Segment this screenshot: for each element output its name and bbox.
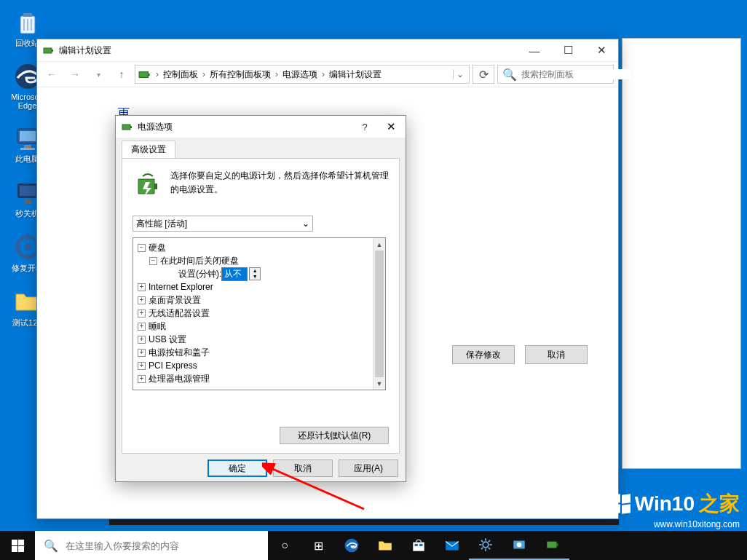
po-close-button[interactable]: ✕ xyxy=(376,116,406,138)
power-options-dialog: 电源选项 ? ✕ 高级设置 选择你要自定义的电源计划，然后选择你希望计算机管理的… xyxy=(115,115,406,482)
taskbar-search-input[interactable] xyxy=(66,540,259,551)
cp-search-input[interactable] xyxy=(521,69,631,79)
expand-icon[interactable]: + xyxy=(138,323,146,331)
svg-rect-30 xyxy=(415,544,418,546)
value-spinner[interactable]: ▲▼ xyxy=(249,267,261,280)
expand-icon[interactable]: + xyxy=(138,309,146,318)
profile-select[interactable]: 高性能 [活动] ⌄ xyxy=(133,216,313,232)
mail-icon[interactable] xyxy=(435,531,469,560)
tree-wireless[interactable]: 无线适配器设置 xyxy=(149,307,210,320)
restore-defaults-button[interactable]: 还原计划默认值(R) xyxy=(280,427,389,444)
win-logo-icon xyxy=(612,494,631,513)
svg-rect-25 xyxy=(154,184,157,189)
svg-rect-16 xyxy=(26,254,29,260)
tab-advanced[interactable]: 高级设置 xyxy=(122,141,175,158)
cancel-plan-button[interactable]: 取消 xyxy=(525,345,588,364)
maximize-button[interactable]: ☐ xyxy=(551,39,585,61)
edge-taskbar-icon[interactable] xyxy=(335,531,368,560)
search-icon: 🔍 xyxy=(44,539,58,553)
bc-power-options[interactable]: 电源选项 xyxy=(280,68,320,81)
expand-icon[interactable]: + xyxy=(138,362,146,370)
tree-cpu[interactable]: 处理器电源管理 xyxy=(149,373,210,385)
tree-ie[interactable]: Internet Explorer xyxy=(149,282,213,292)
refresh-button[interactable]: ⟳ xyxy=(473,65,494,84)
setting-value[interactable]: 从不 xyxy=(221,267,248,281)
svg-rect-23 xyxy=(122,125,130,130)
breadcrumb[interactable]: › 控制面板› 所有控制面板项› 电源选项› 编辑计划设置 ⌄ xyxy=(135,65,470,84)
cp-search[interactable]: 🔍 xyxy=(497,65,614,84)
expand-icon[interactable]: + xyxy=(138,283,146,291)
settings-taskbar-icon[interactable] xyxy=(469,531,502,560)
bc-all-items[interactable]: 所有控制面板项 xyxy=(207,68,274,81)
tree-disk[interactable]: 硬盘 xyxy=(149,242,166,254)
tree-power-button[interactable]: 电源按钮和盖子 xyxy=(149,347,210,359)
power-options-taskbar-icon[interactable] xyxy=(536,531,569,560)
back-button[interactable]: ← xyxy=(42,64,62,84)
scroll-thumb[interactable] xyxy=(375,251,384,377)
cancel-button[interactable]: 取消 xyxy=(273,460,333,477)
battery-title-icon xyxy=(43,44,55,56)
svg-rect-44 xyxy=(547,542,556,548)
collapse-icon[interactable]: − xyxy=(149,257,157,265)
tree-scrollbar[interactable]: ▲ ▼ xyxy=(373,238,385,390)
battery-dialog-icon xyxy=(122,121,133,133)
watermark: Win10之家 www.win10xitong.com xyxy=(612,490,740,529)
brand-accent: 之家 xyxy=(699,490,740,518)
breadcrumb-dropdown[interactable]: ⌄ xyxy=(453,69,466,79)
expand-icon[interactable]: + xyxy=(138,349,146,357)
svg-rect-24 xyxy=(130,126,132,128)
forward-button[interactable]: → xyxy=(65,64,85,84)
svg-rect-45 xyxy=(557,543,558,546)
control-panel-taskbar-icon[interactable] xyxy=(502,531,536,560)
cp-title: 编辑计划设置 xyxy=(59,44,518,57)
tree-pci[interactable]: PCI Express xyxy=(149,360,197,371)
brand-main: Win10 xyxy=(635,492,695,516)
recent-dropdown[interactable]: ▾ xyxy=(88,64,108,84)
spin-down-icon[interactable]: ▼ xyxy=(250,274,260,280)
tree-desktop-bg[interactable]: 桌面背景设置 xyxy=(149,294,201,307)
cp-nav: ← → ▾ ↑ › 控制面板› 所有控制面板项› 电源选项› 编辑计划设置 ⌄ … xyxy=(37,61,618,87)
expand-icon[interactable]: + xyxy=(138,336,146,344)
spin-up-icon[interactable]: ▲ xyxy=(250,268,260,274)
svg-line-41 xyxy=(489,540,490,542)
tree-sleep[interactable]: 睡眠 xyxy=(149,320,166,333)
cp-titlebar[interactable]: 编辑计划设置 — ☐ ✕ xyxy=(37,39,618,61)
store-icon[interactable] xyxy=(402,531,435,560)
save-changes-button[interactable]: 保存修改 xyxy=(452,345,515,364)
scroll-up-icon[interactable]: ▲ xyxy=(374,238,385,251)
watermark-site: www.win10xitong.com xyxy=(612,519,740,529)
expand-icon[interactable]: + xyxy=(138,375,146,383)
settings-tree[interactable]: −硬盘 −在此时间后关闭硬盘 设置(分钟): 从不 ▲▼ +Internet E… xyxy=(133,237,386,390)
svg-rect-7 xyxy=(20,131,36,141)
background-window xyxy=(622,38,741,469)
expand-icon[interactable]: + xyxy=(138,296,146,304)
close-button[interactable]: ✕ xyxy=(585,39,618,61)
taskbar-search[interactable]: 🔍 xyxy=(35,531,268,560)
up-button[interactable]: ↑ xyxy=(111,64,132,84)
svg-rect-21 xyxy=(139,72,148,78)
help-button[interactable]: ? xyxy=(353,122,376,133)
scroll-down-icon[interactable]: ▼ xyxy=(374,377,385,390)
intro-text: 选择你要自定义的电源计划，然后选择你希望计算机管理的电源设置。 xyxy=(170,169,389,200)
tree-turnoff-disk[interactable]: 在此时间后关闭硬盘 xyxy=(160,255,239,267)
tree-usb[interactable]: USB 设置 xyxy=(149,334,186,346)
svg-rect-11 xyxy=(20,186,36,196)
cortana-icon[interactable]: ○ xyxy=(268,531,301,560)
task-view-icon[interactable]: ⊞ xyxy=(301,531,335,560)
svg-rect-8 xyxy=(24,145,31,148)
svg-rect-9 xyxy=(20,148,35,150)
collapse-icon[interactable]: − xyxy=(138,244,146,252)
setting-label: 设置(分钟): xyxy=(178,268,221,280)
svg-point-33 xyxy=(483,542,489,548)
svg-point-43 xyxy=(517,543,522,548)
minimize-button[interactable]: — xyxy=(518,39,551,61)
battery-bc-icon xyxy=(138,68,151,81)
search-icon: 🔍 xyxy=(502,68,517,82)
file-explorer-icon[interactable] xyxy=(368,531,402,560)
bc-edit-plan[interactable]: 编辑计划设置 xyxy=(326,68,384,81)
ok-button[interactable]: 确定 xyxy=(208,460,267,477)
start-button[interactable] xyxy=(0,531,35,560)
po-titlebar[interactable]: 电源选项 ? ✕ xyxy=(116,116,406,138)
bc-control-panel[interactable]: 控制面板 xyxy=(160,68,201,81)
apply-button[interactable]: 应用(A) xyxy=(339,460,398,477)
